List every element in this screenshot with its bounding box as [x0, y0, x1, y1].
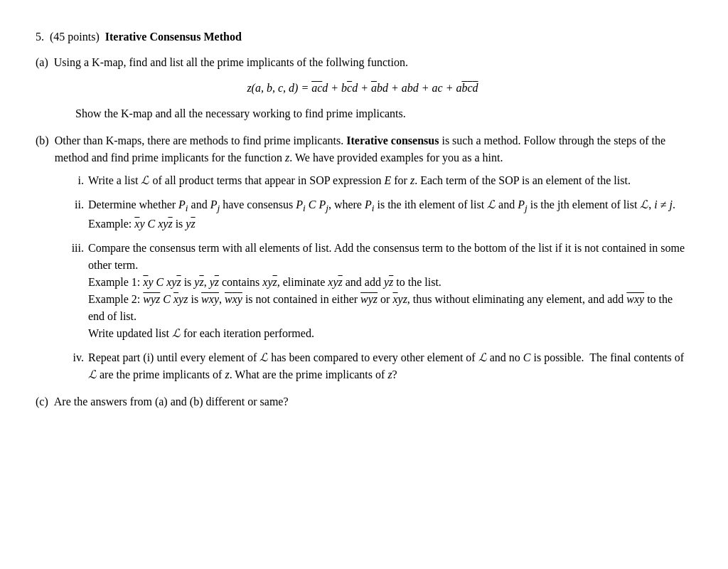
part-b: (b) Other than K-maps, there are methods… [36, 132, 690, 383]
subpart-ii: ii. Determine whether Pi and Pj have con… [64, 196, 690, 233]
subpart-i: i. Write a list ℒ of all product terms t… [64, 172, 690, 189]
subpart-i-label: i. [64, 172, 84, 189]
part-c-header: (c) Are the answers from (a) and (b) dif… [36, 393, 690, 410]
part-b-label: (b) [36, 132, 49, 166]
part-a-intro: Using a K-map, find and list all the pri… [54, 54, 690, 71]
subpart-ii-label: ii. [64, 196, 84, 233]
subpart-iii-label: iii. [64, 240, 84, 342]
part-c-label: (c) [36, 393, 48, 410]
part-a-header: (a) Using a K-map, find and list all the… [36, 54, 690, 71]
subpart-iii: iii. Compare the consensus term with all… [64, 240, 690, 342]
part-a: (a) Using a K-map, find and list all the… [36, 54, 690, 122]
subpart-iii-example1: Example 1: xy C xyz is yz, yz contains x… [88, 276, 441, 288]
subpart-iii-header: iii. Compare the consensus term with all… [64, 240, 690, 342]
subpart-ii-header: ii. Determine whether Pi and Pj have con… [64, 196, 690, 233]
problem-header: 5. (45 points) Iterative Consensus Metho… [36, 28, 690, 46]
subpart-iv-label: iv. [64, 349, 84, 383]
part-c: (c) Are the answers from (a) and (b) dif… [36, 393, 690, 410]
problem-number: 5. [36, 28, 44, 46]
subpart-iv-header: iv. Repeat part (i) until every element … [64, 349, 690, 383]
problem-title-full: (45 points) Iterative Consensus Method [50, 28, 242, 46]
subpart-i-text: Write a list ℒ of all product terms that… [88, 172, 690, 189]
subpart-iii-text: Compare the consensus term with all elem… [88, 240, 690, 342]
part-b-intro: Other than K-maps, there are methods to … [55, 132, 690, 166]
subpart-i-header: i. Write a list ℒ of all product terms t… [64, 172, 690, 189]
part-a-kmap-text: Show the K-map and all the necessary wor… [75, 105, 690, 122]
equation-block: z(a, b, c, d) = acd + bcd + abd + abd + … [36, 80, 690, 97]
part-a-label: (a) [36, 54, 48, 71]
subpart-ii-text: Determine whether Pi and Pj have consens… [88, 196, 690, 233]
subpart-iv-text: Repeat part (i) until every element of ℒ… [88, 349, 690, 383]
subpart-iii-write: Write updated list ℒ for each iteration … [88, 327, 314, 339]
problem-title: Iterative Consensus Method [105, 31, 242, 43]
part-b-header: (b) Other than K-maps, there are methods… [36, 132, 690, 166]
part-c-text: Are the answers from (a) and (b) differe… [54, 393, 690, 410]
subpart-iv: iv. Repeat part (i) until every element … [64, 349, 690, 383]
subpart-ii-example: Example: xy C xyz is yz [88, 218, 196, 230]
equation: z(a, b, c, d) = acd + bcd + abd + abd + … [247, 82, 478, 94]
subpart-iii-example2: Example 2: wyz C xyz is wxy, wxy is not … [88, 293, 673, 322]
problem-container: 5. (45 points) Iterative Consensus Metho… [36, 28, 690, 410]
